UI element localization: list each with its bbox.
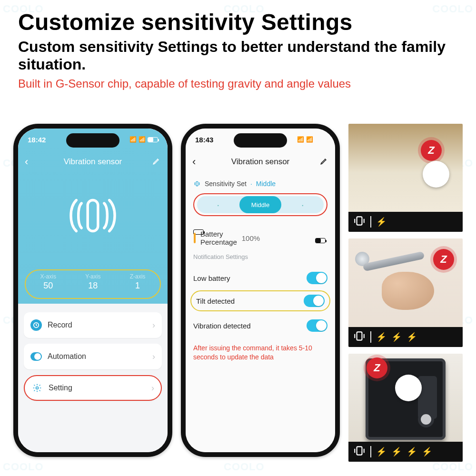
page-title: Vibration sensor <box>64 157 122 167</box>
sensitivity-high[interactable] <box>281 199 324 210</box>
low-battery-label: Low battery <box>193 274 307 282</box>
intensity-strip: ⚡ ⚡ ⚡ <box>348 327 463 347</box>
tilt-label: Tilt detected <box>196 297 304 305</box>
sensitivity-low[interactable] <box>197 199 239 210</box>
axis-readout: X-axis50 Y-axis18 Z-axis1 <box>25 269 161 299</box>
low-battery-switch[interactable] <box>307 272 327 284</box>
chevron-right-icon: › <box>151 383 154 393</box>
title: Customize sensitivity Settings <box>18 10 458 34</box>
phone-overview: 18:42 📶 📶 ‹ Vibration sensor <box>13 124 172 457</box>
scene-door-handle: Z ⚡ ⚡ ⚡ <box>348 238 463 347</box>
page-title: Vibration sensor <box>231 157 290 167</box>
sensitivity-highlight: Middle <box>193 193 327 216</box>
dynamic-island <box>234 133 287 148</box>
watermark: COOLO <box>432 461 473 473</box>
sensor-device <box>423 161 449 188</box>
sensor-device <box>395 375 422 401</box>
wifi-icon: 📶 <box>139 136 146 143</box>
cellular-icon: 📶 <box>297 136 304 143</box>
x-axis-label: X-axis <box>40 273 56 280</box>
zigbee-badge: Z <box>367 357 387 378</box>
notification-header: Notification Settings <box>193 253 327 260</box>
vibration-row: Vibration detected <box>193 315 327 336</box>
z-axis-label: Z-axis <box>130 273 146 280</box>
battery-value: 100% <box>242 234 260 242</box>
use-case-photos: Z ⚡ Z ⚡ ⚡ ⚡ <box>348 124 463 462</box>
gear-icon <box>31 382 43 394</box>
update-delay-note: After issuing the command, it takes 5-10… <box>193 344 327 362</box>
sensitivity-value: Middle <box>256 180 276 188</box>
bolt-icon: ⚡ <box>391 446 402 457</box>
sensitivity-label: Sensitivity Set <box>205 180 247 188</box>
vibration-label: Vibration detected <box>193 322 307 330</box>
sensitivity-section: Sensitivity Set · Middle Middle <box>193 180 327 216</box>
sensitivity-segmented[interactable]: Middle <box>197 196 324 213</box>
y-axis-value: 18 <box>85 281 100 291</box>
hero-panel: 18:42 📶 📶 ‹ Vibration sensor <box>18 129 168 304</box>
low-battery-row: Low battery <box>193 268 327 288</box>
watermark: COOLO <box>224 461 265 473</box>
nav-bar: ‹ Vibration sensor <box>186 152 335 171</box>
back-button[interactable]: ‹ <box>25 156 28 168</box>
back-button[interactable]: ‹ <box>192 156 196 168</box>
z-axis-value: 1 <box>130 281 146 291</box>
setting-row[interactable]: Setting › <box>24 375 162 401</box>
bolt-icon: ⚡ <box>376 332 387 342</box>
bolt-icon: ⚡ <box>391 332 402 342</box>
door-handle <box>363 251 425 272</box>
bolt-icon: ⚡ <box>376 217 387 227</box>
battery-section: Battery Percentage 100% <box>193 229 204 235</box>
toggle-icon <box>30 351 42 362</box>
divider <box>370 446 371 457</box>
y-axis-label: Y-axis <box>85 273 100 280</box>
svg-rect-6 <box>357 446 362 455</box>
automation-row[interactable]: Automation › <box>24 344 162 369</box>
cellular-icon: 📶 <box>129 136 137 143</box>
hand <box>382 272 434 310</box>
vibration-switch[interactable] <box>307 319 327 332</box>
battery-icon <box>148 137 158 142</box>
x-axis-value: 50 <box>40 281 56 291</box>
nav-bar: ‹ Vibration sensor <box>18 152 168 171</box>
dynamic-island <box>66 133 119 148</box>
zigbee-badge: Z <box>421 140 442 161</box>
dial <box>418 411 434 427</box>
record-row[interactable]: Record › <box>24 312 162 338</box>
record-label: Record <box>48 321 152 329</box>
clock: 18:42 <box>28 136 46 144</box>
battery-level-icon <box>194 233 196 243</box>
bolt-icon: ⚡ <box>407 332 417 342</box>
battery-icon <box>315 238 326 243</box>
bolt-icon: ⚡ <box>407 446 417 457</box>
watermark: COOLO <box>3 461 44 473</box>
tilt-switch[interactable] <box>304 295 325 307</box>
edit-button[interactable] <box>152 157 161 168</box>
vibrate-icon <box>353 330 366 344</box>
svg-rect-4 <box>357 217 362 225</box>
marketing-header: Customize sensitivity Settings Custom se… <box>0 0 476 93</box>
vibration-small-icon <box>193 180 201 188</box>
separator-dot: · <box>250 180 252 188</box>
edit-button[interactable] <box>320 157 328 168</box>
svg-point-2 <box>36 387 39 389</box>
bolt-icon: ⚡ <box>422 446 432 457</box>
sensitivity-middle[interactable]: Middle <box>239 196 282 213</box>
intensity-strip: ⚡ ⚡ ⚡ ⚡ <box>348 442 463 462</box>
battery-label: Battery Percentage <box>200 230 237 246</box>
setting-label: Setting <box>49 384 151 392</box>
clock-icon <box>30 319 42 331</box>
scene-safe: Z ⚡ ⚡ ⚡ ⚡ <box>348 354 463 462</box>
svg-rect-5 <box>357 332 362 340</box>
chevron-right-icon: › <box>152 352 155 362</box>
divider <box>370 216 371 228</box>
clock: 18:43 <box>195 136 213 144</box>
vibrate-icon <box>353 445 366 459</box>
automation-label: Automation <box>48 352 152 361</box>
zigbee-badge: Z <box>433 249 454 270</box>
subtitle: Custom sensitivity Settings to better un… <box>18 38 458 73</box>
feature-note: Built in G-Sensor chip, capable of testi… <box>18 77 458 90</box>
divider <box>370 331 371 343</box>
tilt-row: Tilt detected <box>190 290 330 311</box>
scene-window: Z ⚡ <box>348 124 463 232</box>
bolt-icon: ⚡ <box>376 446 387 457</box>
